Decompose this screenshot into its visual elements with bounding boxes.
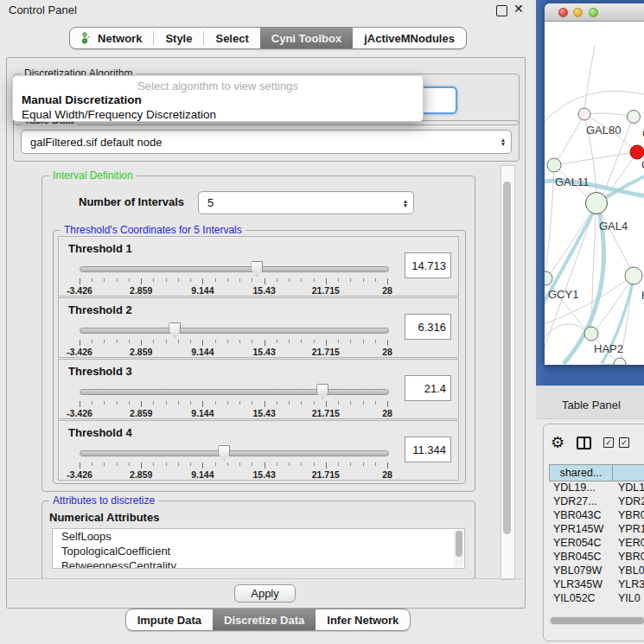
table-row[interactable]: YPR145WYPR1 [549, 523, 644, 537]
list-scrollbar[interactable] [454, 530, 463, 567]
close-icon[interactable]: ✕ [513, 2, 524, 16]
slider-thumb[interactable] [316, 384, 328, 399]
tab-impute-data[interactable]: Impute Data [126, 609, 213, 630]
threshold-row: Threshold 1 -3.4262.8599.14415.4321.7152… [58, 236, 459, 296]
node-h[interactable] [625, 267, 642, 284]
node-red[interactable] [630, 145, 644, 159]
slider-track[interactable] [80, 450, 389, 456]
minimize-traffic-light-icon[interactable] [573, 8, 583, 17]
table-cell: YDR27... [549, 495, 613, 509]
column-header-name[interactable]: na [613, 464, 644, 481]
threshold-row: Threshold 2 -3.4262.8599.14415.4321.7152… [58, 297, 459, 358]
tab-style[interactable]: Style [154, 28, 203, 48]
tab-discretize-data[interactable]: Discretize Data [213, 609, 316, 630]
tab-jactivemnodules[interactable]: jActiveMNodules [353, 28, 466, 48]
zoom-traffic-light-icon[interactable] [589, 8, 598, 17]
cyni-toolbox-panel: Discretization Algorithm Select algorith… [6, 57, 526, 609]
node-gal11[interactable] [547, 158, 561, 172]
horizontal-scrollbar[interactable] [549, 616, 644, 625]
network-window-titlebar[interactable] [545, 3, 644, 22]
table-row[interactable]: YDR27...YDR2 [549, 495, 644, 509]
threshold-value-field[interactable]: 21.4 [405, 375, 451, 401]
table-cell: YBR0 [613, 509, 644, 523]
svg-text:GAL80: GAL80 [586, 124, 621, 137]
slider-track[interactable] [80, 266, 389, 272]
threshold-slider[interactable]: -3.4262.8599.14415.4321.71528 [80, 443, 387, 478]
table-panel-card: ⚙ ✓ ✓ shared... na YDL19...YDL1YDR27...Y… [543, 424, 644, 641]
column-header-shared[interactable]: shared... [549, 464, 613, 481]
scrollbar-thumb[interactable] [551, 617, 644, 624]
checkbox-icon[interactable]: ✓ [603, 437, 614, 448]
tab-network[interactable]: Network [70, 28, 153, 48]
table-panel-title: Table Panel [562, 399, 621, 411]
table-row[interactable]: YLR345WYLR3 [549, 578, 644, 592]
apply-row: Apply [8, 578, 522, 607]
number-of-intervals-label: Number of Intervals [79, 195, 184, 208]
slider-track[interactable] [80, 328, 389, 334]
slider-thumb[interactable] [169, 322, 181, 338]
slider-ticks [80, 278, 387, 285]
dropdown-option-equal-width[interactable]: Equal Width/Frequency Discretization [13, 107, 423, 122]
close-traffic-light-icon[interactable] [558, 8, 568, 17]
table-row[interactable]: YBR043CYBR0 [549, 509, 644, 523]
tab-select[interactable]: Select [204, 28, 259, 48]
node-gal4[interactable] [586, 193, 608, 214]
combobox-value: galFiltered.sif default node [22, 136, 495, 149]
numerical-attributes-list[interactable]: SelfLoopsTopologicalCoefficientBetweenne… [52, 528, 465, 569]
table-row[interactable]: YBR045CYBR0 [549, 551, 644, 564]
attribute-item[interactable]: TopologicalCoefficient [53, 544, 464, 558]
table-cell: YER054C [549, 537, 613, 551]
threshold-slider[interactable]: -3.4262.8599.14415.4321.71528 [80, 321, 387, 355]
node-gal80[interactable] [578, 108, 590, 120]
table-row[interactable]: YER054CYER0 [549, 537, 644, 551]
slider-track[interactable] [80, 389, 389, 395]
scrollbar-thumb[interactable] [503, 182, 511, 534]
node-bottom[interactable] [614, 358, 626, 365]
network-canvas[interactable]: GAL80 G C GAL11 GAL4 GCY1 H HAP2 [545, 22, 644, 365]
algorithm-dropdown-popup: Select algorithm to view settings Manual… [12, 75, 424, 122]
threshold-slider[interactable]: -3.4262.8599.14415.4321.71528 [80, 382, 387, 417]
table-row[interactable]: YBL079WYBL0 [549, 564, 644, 578]
threshold-value-field[interactable]: 6.316 [405, 314, 451, 340]
svg-text:GAL4: GAL4 [599, 220, 628, 233]
network-icon [81, 32, 92, 44]
table-cell: YLR345W [549, 578, 613, 592]
scrollbar-thumb[interactable] [456, 531, 462, 557]
table-row[interactable]: YIL052CYIL0 [549, 592, 644, 603]
tab-infer-network[interactable]: Infer Network [316, 609, 410, 630]
number-of-intervals-spinner[interactable]: 5 ▲▼ [198, 191, 414, 214]
interval-definition-group: Interval Definition Number of Intervals … [41, 175, 475, 492]
threshold-value-field[interactable]: 14.713 [405, 252, 451, 278]
attribute-item[interactable]: BetweennessCentrality [53, 558, 464, 569]
vertical-scrollbar[interactable] [501, 165, 515, 580]
table-data-combobox[interactable]: galFiltered.sif default node ▲▼ [21, 130, 512, 154]
tab-cyni-toolbox[interactable]: Cyni Toolbox [260, 28, 353, 48]
slider-tick-labels: -3.4262.8599.14415.4321.71528 [80, 285, 387, 296]
threshold-slider[interactable]: -3.4262.8599.14415.4321.71528 [80, 259, 387, 294]
threshold-value-field[interactable]: 11.344 [405, 437, 451, 462]
columns-icon[interactable] [577, 437, 591, 450]
stepper-arrows-icon: ▲▼ [495, 137, 511, 146]
float-window-icon[interactable] [496, 5, 507, 16]
slider-tick-labels: -3.4262.8599.14415.4321.71528 [80, 347, 387, 357]
thresholds-group: Threshold's Coordinates for 5 Intervals … [53, 230, 466, 484]
dropdown-option-manual[interactable]: Manual Discretization [13, 92, 423, 107]
node-hap2[interactable] [584, 327, 598, 341]
apply-button[interactable]: Apply [234, 584, 296, 603]
table-cell: YDL1 [613, 481, 644, 495]
gear-icon[interactable]: ⚙ [551, 435, 564, 450]
checkbox-icon[interactable]: ✓ [619, 437, 629, 448]
table-cell: YBL0 [613, 564, 644, 578]
slider-ticks [80, 462, 387, 469]
slider-thumb[interactable] [251, 261, 263, 277]
table-toolbar: ⚙ ✓ ✓ [551, 431, 644, 454]
table-header-row: shared... na [549, 464, 644, 481]
network-view-window[interactable]: GAL80 G C GAL11 GAL4 GCY1 H HAP2 [545, 3, 644, 365]
control-panel-titlebar: Control Panel ✕ [0, 0, 536, 21]
node-gcy1[interactable] [545, 271, 552, 285]
table-row[interactable]: YDL19...YDL1 [549, 481, 644, 495]
group-title: Attributes to discretize [49, 494, 158, 507]
slider-thumb[interactable] [218, 445, 230, 461]
attribute-item[interactable]: SelfLoops [53, 529, 464, 544]
node-g[interactable] [628, 111, 641, 124]
